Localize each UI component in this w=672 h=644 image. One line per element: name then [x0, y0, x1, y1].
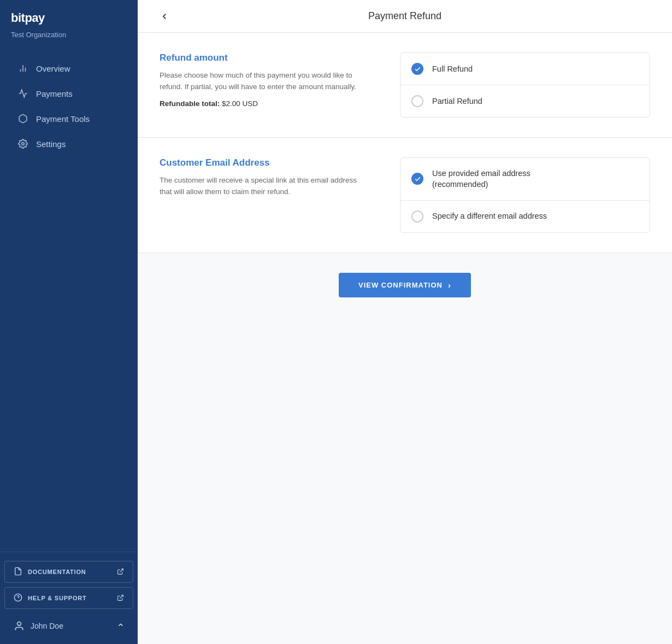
sidebar-item-payments[interactable]: Payments — [4, 81, 133, 106]
sidebar-item-overview-label: Overview — [36, 64, 70, 73]
svg-point-3 — [22, 143, 25, 145]
sidebar-bottom: DOCUMENTATION HELP & SUPPORT — [0, 552, 138, 644]
email-section-left: Customer Email Address The customer will… — [160, 157, 367, 204]
use-provided-email-option[interactable]: Use provided email address (recommended) — [400, 158, 650, 201]
svg-point-8 — [17, 622, 21, 626]
email-options: Use provided email address (recommended)… — [400, 157, 650, 233]
help-support-button[interactable]: HELP & SUPPORT — [4, 587, 133, 609]
logo: bitpay — [11, 11, 127, 25]
documentation-button[interactable]: DOCUMENTATION — [4, 561, 133, 583]
external-link-icon-2 — [117, 594, 124, 602]
chevron-right-icon: › — [448, 280, 451, 290]
view-confirmation-label: VIEW CONFIRMATION — [358, 281, 443, 289]
full-refund-radio — [411, 63, 423, 75]
page-header: Payment Refund — [138, 0, 672, 33]
page-title: Payment Refund — [368, 10, 441, 22]
refund-amount-section: Refund amount Please choose how much of … — [138, 33, 672, 138]
full-refund-label: Full Refund — [432, 63, 473, 74]
bar-chart-icon — [17, 63, 28, 74]
help-support-label: HELP & SUPPORT — [28, 595, 87, 601]
cube-icon — [17, 113, 28, 124]
use-provided-email-label: Use provided email address (recommended) — [432, 168, 530, 190]
email-section: Customer Email Address The customer will… — [138, 138, 672, 253]
sidebar-item-settings[interactable]: Settings — [4, 132, 133, 156]
back-button[interactable] — [155, 9, 174, 24]
gear-icon — [17, 138, 28, 149]
specify-different-email-option[interactable]: Specify a different email address — [400, 201, 650, 232]
email-section-title: Customer Email Address — [160, 157, 367, 168]
email-section-desc: The customer will receive a special link… — [160, 175, 367, 198]
user-icon — [13, 620, 25, 632]
documentation-label: DOCUMENTATION — [28, 569, 86, 575]
refund-amount-right: Full Refund Partial Refund — [400, 52, 650, 118]
sidebar-logo-area: bitpay — [0, 0, 138, 30]
partial-refund-option[interactable]: Partial Refund — [400, 85, 650, 117]
external-link-icon — [117, 568, 124, 576]
sidebar-org: Test Organization — [0, 30, 138, 50]
refundable-total-value: $2.00 USD — [222, 99, 258, 108]
refund-amount-left: Refund amount Please choose how much of … — [160, 52, 367, 108]
user-name: John Doe — [31, 622, 63, 630]
view-confirmation-button[interactable]: VIEW CONFIRMATION › — [339, 273, 471, 297]
action-section: VIEW CONFIRMATION › — [138, 253, 672, 317]
help-icon — [14, 593, 22, 603]
page-content: Refund amount Please choose how much of … — [138, 33, 672, 644]
user-menu[interactable]: John Doe — [4, 613, 133, 635]
sidebar-item-settings-label: Settings — [36, 139, 66, 149]
doc-icon — [14, 567, 22, 577]
chevron-up-icon — [117, 621, 125, 631]
refund-amount-desc: Please choose how much of this payment y… — [160, 70, 367, 93]
email-section-right: Use provided email address (recommended)… — [400, 157, 650, 233]
activity-icon — [17, 88, 28, 99]
specify-different-email-label: Specify a different email address — [432, 210, 547, 221]
sidebar-item-payment-tools[interactable]: Payment Tools — [4, 107, 133, 131]
sidebar-nav: Overview Payments Payment Tools — [0, 50, 138, 552]
refundable-total-label: Refundable total: — [160, 99, 220, 108]
specify-different-email-radio — [411, 210, 423, 223]
full-refund-option[interactable]: Full Refund — [400, 53, 650, 85]
refund-amount-options: Full Refund Partial Refund — [400, 52, 650, 118]
sidebar: bitpay Test Organization Overview Paymen… — [0, 0, 138, 644]
refund-amount-note: Refundable total: $2.00 USD — [160, 99, 367, 108]
refund-amount-title: Refund amount — [160, 52, 367, 63]
sidebar-item-overview[interactable]: Overview — [4, 56, 133, 80]
svg-line-4 — [120, 569, 123, 572]
partial-refund-radio — [411, 95, 423, 107]
sidebar-item-payment-tools-label: Payment Tools — [36, 114, 90, 124]
sidebar-item-payments-label: Payments — [36, 89, 73, 98]
main-content: Payment Refund Refund amount Please choo… — [138, 0, 672, 644]
svg-line-7 — [120, 595, 123, 598]
partial-refund-label: Partial Refund — [432, 96, 482, 107]
use-provided-email-radio — [411, 173, 423, 185]
